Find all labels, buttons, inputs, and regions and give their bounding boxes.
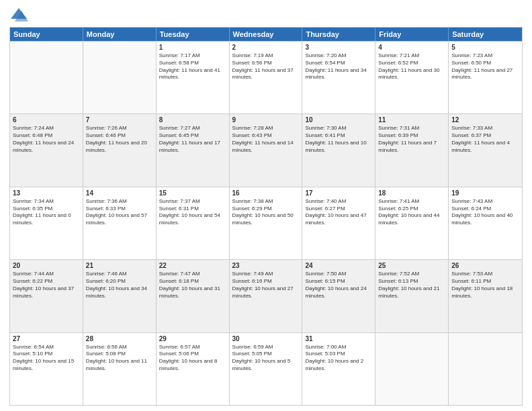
day-info: Sunrise: 6:56 AM Sunset: 5:08 PM Dayligh… — [86, 344, 153, 373]
day-info: Sunrise: 7:43 AM Sunset: 6:24 PM Dayligh… — [451, 198, 519, 227]
day-info: Sunrise: 7:53 AM Sunset: 6:11 PM Dayligh… — [451, 271, 519, 300]
day-info: Sunrise: 7:44 AM Sunset: 6:22 PM Dayligh… — [13, 271, 80, 300]
cal-day-1: 1Sunrise: 7:17 AM Sunset: 6:58 PM Daylig… — [157, 42, 230, 113]
day-number: 26 — [451, 262, 519, 269]
day-info: Sunrise: 7:17 AM Sunset: 6:58 PM Dayligh… — [159, 52, 226, 81]
cal-day-empty — [449, 333, 522, 405]
day-info: Sunrise: 7:41 AM Sunset: 6:25 PM Dayligh… — [378, 198, 445, 227]
cal-header-wednesday: Wednesday — [230, 28, 303, 41]
cal-day-23: 23Sunrise: 7:49 AM Sunset: 6:16 PM Dayli… — [230, 260, 303, 332]
day-info: Sunrise: 7:49 AM Sunset: 6:16 PM Dayligh… — [232, 271, 300, 300]
day-number: 29 — [159, 335, 226, 342]
cal-header-monday: Monday — [83, 28, 157, 41]
cal-day-10: 10Sunrise: 7:30 AM Sunset: 6:41 PM Dayli… — [302, 114, 375, 186]
day-number: 31 — [305, 335, 372, 342]
cal-day-9: 9Sunrise: 7:28 AM Sunset: 6:43 PM Daylig… — [230, 114, 303, 186]
header — [9, 7, 523, 23]
cal-day-29: 29Sunrise: 6:57 AM Sunset: 5:06 PM Dayli… — [157, 333, 230, 405]
day-info: Sunrise: 7:46 AM Sunset: 6:20 PM Dayligh… — [86, 271, 153, 300]
day-number: 1 — [159, 44, 226, 51]
day-info: Sunrise: 7:33 AM Sunset: 6:37 PM Dayligh… — [451, 125, 519, 154]
cal-day-7: 7Sunrise: 7:26 AM Sunset: 6:46 PM Daylig… — [83, 114, 157, 186]
day-info: Sunrise: 6:59 AM Sunset: 5:05 PM Dayligh… — [232, 344, 300, 373]
cal-day-26: 26Sunrise: 7:53 AM Sunset: 6:11 PM Dayli… — [449, 260, 522, 332]
day-number: 23 — [232, 262, 300, 269]
cal-week-5: 27Sunrise: 6:54 AM Sunset: 5:10 PM Dayli… — [10, 332, 522, 405]
day-info: Sunrise: 7:31 AM Sunset: 6:39 PM Dayligh… — [378, 125, 445, 154]
cal-day-8: 8Sunrise: 7:27 AM Sunset: 6:45 PM Daylig… — [157, 114, 230, 186]
day-number: 18 — [378, 189, 445, 197]
cal-day-27: 27Sunrise: 6:54 AM Sunset: 5:10 PM Dayli… — [10, 333, 83, 405]
cal-day-30: 30Sunrise: 6:59 AM Sunset: 5:05 PM Dayli… — [230, 333, 303, 405]
calendar-body: 1Sunrise: 7:17 AM Sunset: 6:58 PM Daylig… — [10, 41, 522, 405]
cal-day-2: 2Sunrise: 7:19 AM Sunset: 6:56 PM Daylig… — [230, 42, 303, 113]
cal-day-17: 17Sunrise: 7:40 AM Sunset: 6:27 PM Dayli… — [302, 187, 375, 259]
day-number: 22 — [159, 262, 226, 269]
day-number: 10 — [305, 116, 372, 124]
day-info: Sunrise: 6:57 AM Sunset: 5:06 PM Dayligh… — [159, 344, 226, 373]
day-number: 25 — [378, 262, 445, 269]
day-number: 24 — [305, 262, 372, 269]
cal-day-15: 15Sunrise: 7:37 AM Sunset: 6:31 PM Dayli… — [157, 187, 230, 259]
cal-day-11: 11Sunrise: 7:31 AM Sunset: 6:39 PM Dayli… — [375, 114, 449, 186]
calendar-header-row: SundayMondayTuesdayWednesdayThursdayFrid… — [10, 28, 522, 41]
day-number: 5 — [451, 44, 519, 51]
cal-week-2: 6Sunrise: 7:24 AM Sunset: 6:48 PM Daylig… — [10, 113, 522, 186]
cal-day-12: 12Sunrise: 7:33 AM Sunset: 6:37 PM Dayli… — [449, 114, 522, 186]
day-number: 28 — [86, 335, 153, 342]
cal-day-16: 16Sunrise: 7:38 AM Sunset: 6:29 PM Dayli… — [230, 187, 303, 259]
cal-day-empty — [375, 333, 449, 405]
cal-day-5: 5Sunrise: 7:23 AM Sunset: 6:50 PM Daylig… — [449, 42, 522, 113]
cal-week-4: 20Sunrise: 7:44 AM Sunset: 6:22 PM Dayli… — [10, 259, 522, 332]
day-info: Sunrise: 7:24 AM Sunset: 6:48 PM Dayligh… — [13, 125, 80, 154]
cal-day-empty — [10, 42, 83, 113]
day-info: Sunrise: 6:54 AM Sunset: 5:10 PM Dayligh… — [13, 344, 80, 373]
day-info: Sunrise: 7:52 AM Sunset: 6:13 PM Dayligh… — [378, 271, 445, 300]
cal-week-3: 13Sunrise: 7:34 AM Sunset: 6:35 PM Dayli… — [10, 187, 522, 259]
day-number: 14 — [86, 189, 153, 197]
day-info: Sunrise: 7:28 AM Sunset: 6:43 PM Dayligh… — [232, 125, 300, 154]
cal-day-31: 31Sunrise: 7:00 AM Sunset: 5:03 PM Dayli… — [302, 333, 375, 405]
cal-header-tuesday: Tuesday — [157, 28, 230, 41]
day-info: Sunrise: 7:36 AM Sunset: 6:33 PM Dayligh… — [86, 198, 153, 227]
day-info: Sunrise: 7:23 AM Sunset: 6:50 PM Dayligh… — [451, 52, 519, 81]
day-number: 17 — [305, 189, 372, 197]
day-number: 15 — [159, 189, 226, 197]
day-number: 9 — [232, 116, 300, 124]
day-number: 3 — [305, 44, 372, 51]
day-number: 4 — [378, 44, 445, 51]
day-number: 13 — [13, 189, 80, 197]
cal-day-13: 13Sunrise: 7:34 AM Sunset: 6:35 PM Dayli… — [10, 187, 83, 259]
cal-header-sunday: Sunday — [10, 28, 83, 41]
cal-day-28: 28Sunrise: 6:56 AM Sunset: 5:08 PM Dayli… — [83, 333, 157, 405]
day-info: Sunrise: 7:20 AM Sunset: 6:54 PM Dayligh… — [305, 52, 372, 81]
day-info: Sunrise: 7:21 AM Sunset: 6:52 PM Dayligh… — [378, 52, 445, 81]
calendar: SundayMondayTuesdayWednesdayThursdayFrid… — [9, 27, 523, 406]
cal-day-6: 6Sunrise: 7:24 AM Sunset: 6:48 PM Daylig… — [10, 114, 83, 186]
cal-day-24: 24Sunrise: 7:50 AM Sunset: 6:15 PM Dayli… — [302, 260, 375, 332]
day-number: 6 — [13, 116, 80, 124]
cal-day-21: 21Sunrise: 7:46 AM Sunset: 6:20 PM Dayli… — [83, 260, 157, 332]
day-info: Sunrise: 7:40 AM Sunset: 6:27 PM Dayligh… — [305, 198, 372, 227]
day-number: 21 — [86, 262, 153, 269]
cal-day-25: 25Sunrise: 7:52 AM Sunset: 6:13 PM Dayli… — [375, 260, 449, 332]
cal-day-3: 3Sunrise: 7:20 AM Sunset: 6:54 PM Daylig… — [302, 42, 375, 113]
cal-header-friday: Friday — [375, 28, 449, 41]
cal-day-14: 14Sunrise: 7:36 AM Sunset: 6:33 PM Dayli… — [83, 187, 157, 259]
day-info: Sunrise: 7:47 AM Sunset: 6:18 PM Dayligh… — [159, 271, 226, 300]
day-info: Sunrise: 7:38 AM Sunset: 6:29 PM Dayligh… — [232, 198, 300, 227]
cal-day-empty — [83, 42, 157, 113]
day-info: Sunrise: 7:00 AM Sunset: 5:03 PM Dayligh… — [305, 344, 372, 373]
cal-day-20: 20Sunrise: 7:44 AM Sunset: 6:22 PM Dayli… — [10, 260, 83, 332]
day-info: Sunrise: 7:27 AM Sunset: 6:45 PM Dayligh… — [159, 125, 226, 154]
cal-day-19: 19Sunrise: 7:43 AM Sunset: 6:24 PM Dayli… — [449, 187, 522, 259]
day-number: 19 — [451, 189, 519, 197]
day-info: Sunrise: 7:19 AM Sunset: 6:56 PM Dayligh… — [232, 52, 300, 81]
day-number: 11 — [378, 116, 445, 124]
cal-week-1: 1Sunrise: 7:17 AM Sunset: 6:58 PM Daylig… — [10, 41, 522, 113]
day-info: Sunrise: 7:30 AM Sunset: 6:41 PM Dayligh… — [305, 125, 372, 154]
day-number: 8 — [159, 116, 226, 124]
cal-day-4: 4Sunrise: 7:21 AM Sunset: 6:52 PM Daylig… — [375, 42, 449, 113]
day-number: 20 — [13, 262, 80, 269]
day-info: Sunrise: 7:50 AM Sunset: 6:15 PM Dayligh… — [305, 271, 372, 300]
